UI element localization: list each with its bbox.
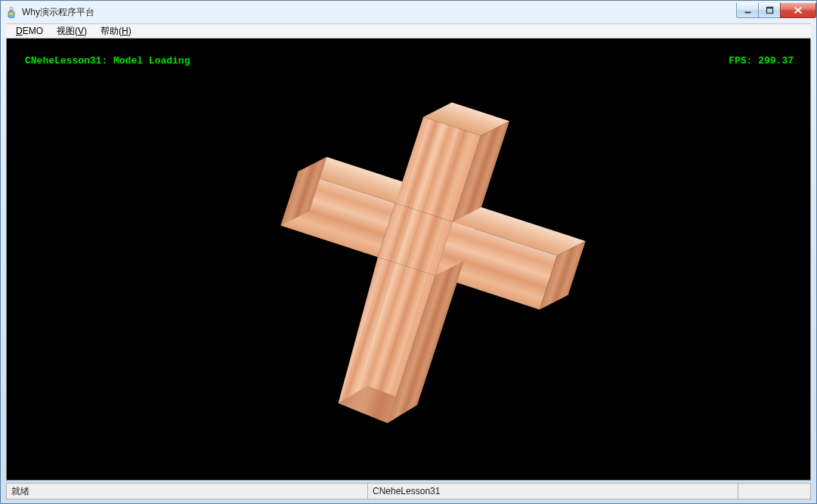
titlebar[interactable]: Why演示程序平台 — [1, 1, 816, 23]
app-window: Why演示程序平台 DEMO — [0, 0, 817, 504]
menu-view[interactable]: 视图(V) — [50, 24, 94, 38]
minimize-icon — [744, 6, 752, 14]
menu-help-label: 帮助(H) — [101, 25, 132, 38]
titlebar-left: Why演示程序平台 — [5, 6, 94, 19]
menu-demo-label: DEMO — [16, 26, 43, 36]
viewport[interactable]: CNeheLesson31: Model Loading FPS: 299.37 — [6, 39, 811, 481]
app-icon — [5, 6, 17, 18]
menu-help[interactable]: 帮助(H) — [94, 24, 138, 38]
maximize-button[interactable] — [758, 3, 781, 18]
model-cross-icon — [212, 70, 605, 448]
menu-view-label: 视图(V) — [57, 25, 87, 38]
maximize-icon — [766, 6, 774, 14]
status-pane-lesson: CNeheLesson31 — [367, 483, 738, 499]
statusbar: 就绪 CNeheLesson31 — [6, 483, 811, 499]
status-pane-extra — [738, 483, 811, 499]
scene-3d — [7, 39, 810, 480]
svg-rect-2 — [744, 12, 750, 14]
window-title: Why演示程序平台 — [22, 6, 94, 19]
status-pane-ready: 就绪 — [6, 483, 367, 499]
svg-rect-1 — [9, 13, 14, 15]
window-controls — [737, 3, 816, 18]
close-button[interactable] — [780, 3, 816, 18]
minimize-button[interactable] — [736, 3, 759, 18]
close-icon — [794, 6, 803, 14]
svg-point-0 — [10, 7, 13, 10]
menu-demo[interactable]: DEMO — [9, 24, 50, 38]
menubar: DEMO 视图(V) 帮助(H) — [6, 23, 811, 39]
status-ready-text: 就绪 — [11, 485, 29, 498]
status-lesson-text: CNeheLesson31 — [373, 486, 440, 496]
svg-rect-4 — [766, 8, 772, 9]
